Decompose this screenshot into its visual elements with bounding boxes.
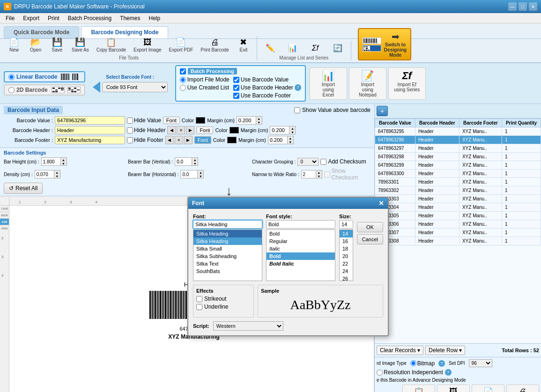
sample-section: Sample AaBbYyZz: [258, 285, 383, 318]
script-row: Script: Western: [193, 321, 383, 331]
size-item-14[interactable]: 14: [340, 230, 353, 237]
font-list-item-sitka-text[interactable]: Sitka Text: [193, 260, 262, 267]
font-list-item-sitka-small[interactable]: Sitka Small: [193, 245, 262, 252]
underline-checkbox[interactable]: Underline: [196, 303, 251, 310]
size-item-18[interactable]: 18: [340, 245, 353, 252]
font-list-item-sitka-subheading[interactable]: Sitka Subheading: [193, 252, 262, 260]
style-column: Font style: Bold Regular Italic Bold Bol…: [266, 214, 335, 281]
font-column: Font: Sitka Heading Sitka Heading Sitka …: [193, 214, 262, 281]
style-item-bold-2[interactable]: Bold: [267, 252, 335, 260]
dialog-overlay: ↓ Font ✕ Font: Sitka Heading Sitka Headi…: [0, 0, 541, 392]
font-style-list[interactable]: Bold Regular Italic Bold Bold Italic: [266, 229, 335, 281]
size-item-20[interactable]: 20: [340, 252, 353, 260]
dialog-arrow: ↓: [226, 185, 232, 198]
font-size-input[interactable]: [339, 220, 353, 229]
ok-button[interactable]: OK: [357, 222, 383, 232]
strikeout-checkbox[interactable]: Strikeout: [196, 296, 251, 302]
size-item-22[interactable]: 22: [340, 260, 353, 267]
font-list-item-sitka-heading-2[interactable]: Sitka Heading: [193, 237, 262, 245]
dialog-buttons: OK Cancel: [357, 214, 383, 281]
font-col-label: Font:: [193, 214, 262, 219]
sample-title: Sample: [261, 288, 380, 294]
font-list-item-southbats[interactable]: SouthBats: [193, 267, 262, 275]
effects-section: Effects Strikeout Underline: [193, 285, 254, 318]
effects-title: Effects: [196, 288, 251, 294]
style-item-bold-1[interactable]: Bold: [267, 230, 335, 237]
font-dialog: ↓ Font ✕ Font: Sitka Heading Sitka Headi…: [187, 197, 389, 336]
script-select[interactable]: Western: [213, 321, 283, 331]
style-item-italic[interactable]: Italic: [267, 245, 335, 252]
style-item-bold-italic[interactable]: Bold Italic: [267, 260, 335, 267]
dialog-close-button[interactable]: ✕: [378, 200, 384, 207]
dialog-title-bar: Font ✕: [188, 198, 388, 209]
font-style-size-row: Font: Sitka Heading Sitka Heading Sitka …: [193, 214, 383, 281]
sample-text-display: AaBbYyZz: [261, 296, 380, 314]
size-col-label: Size:: [339, 214, 353, 219]
style-col-label: Font style:: [266, 214, 335, 219]
cancel-button[interactable]: Cancel: [357, 234, 383, 244]
size-item-16[interactable]: 16: [340, 237, 353, 245]
font-size-list[interactable]: 14 16 18 20 22 24 26: [339, 229, 353, 281]
font-list-item-sitka-heading-1[interactable]: Sitka Heading: [193, 230, 262, 237]
size-column: Size: 14 16 18 20 22 24 26: [339, 214, 353, 281]
font-style-input[interactable]: [266, 220, 335, 229]
effects-sample-row: Effects Strikeout Underline Sample AaBbY…: [193, 285, 383, 318]
font-name-input[interactable]: [193, 220, 262, 229]
size-item-26[interactable]: 26: [340, 275, 353, 281]
font-list[interactable]: Sitka Heading Sitka Heading Sitka Small …: [193, 229, 262, 281]
dialog-title-text: Font: [192, 200, 204, 207]
script-label: Script:: [193, 323, 209, 329]
dialog-body: Font: Sitka Heading Sitka Heading Sitka …: [188, 209, 388, 335]
style-item-regular[interactable]: Regular: [267, 237, 335, 245]
size-item-24[interactable]: 24: [340, 267, 353, 275]
